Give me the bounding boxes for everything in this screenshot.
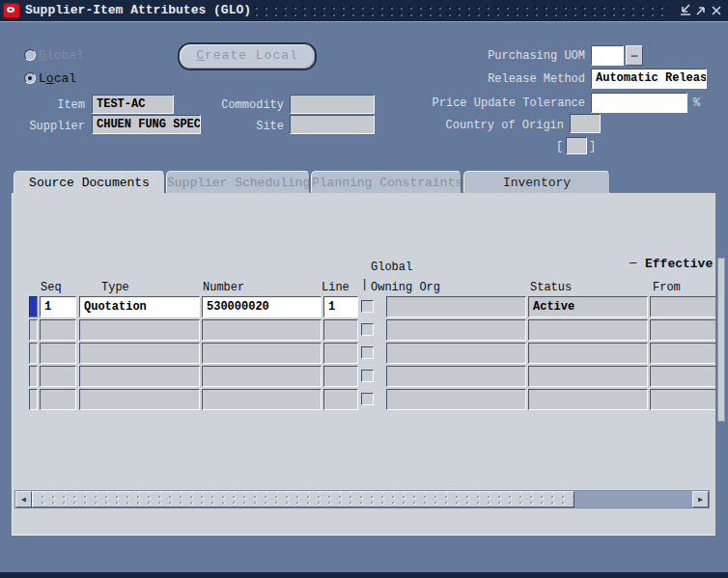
global-radio-label: Global: [39, 48, 84, 63]
horizontal-scrollbar-thumb[interactable]: [32, 491, 574, 508]
purchasing-uom-field[interactable]: [591, 45, 624, 66]
global-radio[interactable]: [24, 49, 36, 61]
create-local-button[interactable]: Create Local: [178, 42, 317, 70]
col-header-from: From: [653, 281, 681, 294]
effective-group-label: Effective: [645, 257, 713, 271]
country-of-origin-label: Country of Origin: [386, 119, 564, 132]
type-cell[interactable]: [79, 389, 200, 410]
tab-planning-constraints[interactable]: Planning Constraints: [311, 171, 462, 193]
horizontal-scrollbar[interactable]: ◀ ▶: [14, 490, 710, 509]
commodity-field: [290, 95, 375, 114]
titlebar-drag-texture: [253, 5, 670, 17]
purchasing-uom-lov-icon[interactable]: …: [626, 45, 643, 66]
seq-cell[interactable]: [40, 319, 76, 341]
col-header-type: Type: [101, 281, 129, 294]
tab-inventory[interactable]: Inventory: [463, 171, 610, 193]
item-label: Item: [0, 98, 85, 112]
global-column-group-label: Global: [371, 261, 412, 274]
record-indicator[interactable]: [29, 366, 38, 387]
window-title: Supplier-Item Attributes (GLO): [25, 3, 251, 17]
col-header-number: Number: [203, 281, 244, 294]
number-cell[interactable]: [202, 319, 322, 341]
type-cell[interactable]: [79, 343, 200, 364]
site-label: Site: [193, 120, 284, 133]
table-row: [12, 366, 715, 389]
seq-cell[interactable]: 1: [40, 296, 76, 317]
table-row: 1 Quotation 530000020 1 Active: [12, 296, 715, 319]
scroll-right-icon[interactable]: ▶: [692, 491, 709, 508]
status-cell: [528, 343, 648, 364]
status-cell: [528, 389, 648, 410]
record-indicator[interactable]: [29, 319, 38, 341]
global-checkbox[interactable]: [361, 393, 374, 405]
flexfield-field[interactable]: [566, 137, 587, 154]
minimize-icon[interactable]: [679, 4, 692, 17]
flexfield-open-bracket: [: [556, 140, 563, 153]
seq-cell[interactable]: [40, 343, 76, 364]
number-cell[interactable]: [202, 366, 322, 387]
local-radio-label: Local: [39, 71, 76, 86]
record-indicator[interactable]: [29, 343, 38, 364]
source-documents-panel: Global — Effective Seq Type Number Line …: [12, 193, 715, 536]
from-cell: [650, 343, 715, 364]
owning-org-cell: [386, 366, 526, 387]
record-indicator[interactable]: [29, 389, 38, 410]
table-row: [12, 343, 715, 366]
line-cell[interactable]: [323, 343, 358, 364]
price-update-tolerance-field[interactable]: [591, 93, 687, 113]
commodity-label: Commodity: [193, 98, 284, 112]
percent-sign-label: %: [693, 96, 700, 110]
scroll-left-icon[interactable]: ◀: [15, 491, 32, 508]
close-icon[interactable]: [710, 4, 723, 17]
type-cell[interactable]: [79, 366, 200, 387]
restore-icon[interactable]: [694, 4, 708, 17]
titlebar[interactable]: Supplier-Item Attributes (GLO): [0, 0, 728, 21]
item-field: TEST-AC: [92, 95, 174, 114]
global-checkbox[interactable]: [361, 346, 374, 359]
table-row: [12, 319, 715, 343]
supplier-item-attributes-window: Supplier-Item Attributes (GLO) Global Lo…: [0, 0, 728, 578]
supplier-label: Supplier: [0, 120, 85, 133]
line-cell[interactable]: [323, 366, 358, 387]
number-cell[interactable]: [202, 343, 322, 364]
from-cell: [650, 366, 715, 387]
window-top-highlight: [0, 21, 728, 22]
owning-org-cell: [386, 319, 526, 341]
effective-group-dash: —: [630, 257, 636, 270]
type-cell[interactable]: [79, 319, 200, 341]
line-cell[interactable]: [323, 319, 358, 341]
owning-org-cell: [386, 296, 526, 317]
global-checkbox[interactable]: [361, 370, 374, 382]
record-vertical-scrollbar[interactable]: [717, 258, 725, 422]
number-cell[interactable]: [202, 389, 322, 410]
status-cell: Active: [528, 296, 648, 317]
site-field: [290, 115, 375, 134]
type-cell[interactable]: Quotation: [79, 296, 200, 317]
seq-cell[interactable]: [40, 366, 76, 387]
col-header-owning-org: Owning Org: [371, 281, 440, 294]
price-update-tolerance-label: Price Update Tolerance: [406, 96, 585, 110]
number-cell[interactable]: 530000020: [202, 296, 322, 317]
from-cell: [650, 319, 715, 341]
supplier-field: CHUEN FUNG SPECTA: [92, 115, 201, 134]
seq-cell[interactable]: [40, 389, 76, 410]
country-of-origin-field: [570, 114, 601, 133]
col-header-status: Status: [530, 281, 572, 294]
col-header-line: Line: [322, 281, 350, 294]
line-cell[interactable]: 1: [323, 296, 358, 317]
table-row: [12, 389, 715, 412]
line-cell[interactable]: [323, 389, 358, 410]
purchasing-uom-label: Purchasing UOM: [415, 49, 585, 63]
tab-supplier-scheduling[interactable]: Supplier Scheduling: [166, 171, 310, 193]
release-method-label: Release Method: [415, 72, 585, 86]
tab-source-documents[interactable]: Source Documents: [14, 171, 165, 193]
record-indicator[interactable]: [29, 296, 38, 317]
global-checkbox[interactable]: [361, 300, 374, 313]
global-checkbox[interactable]: [361, 323, 374, 336]
local-radio[interactable]: [24, 72, 36, 84]
global-column-pipe: |: [361, 278, 368, 291]
release-method-field[interactable]: Automatic Release/Re: [591, 69, 707, 89]
from-cell: [650, 389, 715, 410]
status-cell: [528, 366, 648, 387]
owning-org-cell: [386, 389, 526, 410]
